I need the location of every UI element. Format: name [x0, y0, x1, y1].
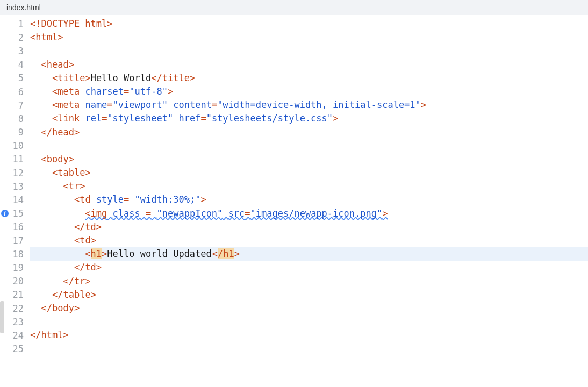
code-line[interactable] — [30, 139, 588, 153]
line-number: 14 — [0, 193, 30, 206]
code-line[interactable]: </td> — [30, 220, 588, 234]
line-number: 23 — [0, 315, 30, 328]
code-line[interactable]: <!DOCTYPE html> — [30, 17, 588, 31]
info-icon[interactable]: i — [1, 210, 9, 217]
code-line[interactable] — [30, 315, 588, 328]
code-line[interactable]: <link rel="stylesheet" href="stylesheets… — [30, 112, 588, 125]
line-number: 10 — [0, 139, 30, 153]
line-number: 8 — [0, 112, 30, 125]
line-number: 22 — [0, 302, 30, 315]
code-line[interactable]: </head> — [30, 126, 588, 139]
code-line[interactable]: </table> — [30, 288, 588, 302]
line-number: 11 — [0, 153, 30, 166]
code-line[interactable]: <title>Hello World</title> — [30, 71, 588, 85]
line-number: 3 — [0, 44, 30, 58]
line-number: 17 — [0, 234, 30, 247]
code-line[interactable]: </td> — [30, 261, 588, 274]
code-line[interactable]: </tr> — [30, 275, 588, 288]
line-number: 1 — [0, 17, 30, 31]
code-line[interactable] — [30, 342, 588, 356]
line-number: 19 — [0, 261, 30, 274]
line-number: 21 — [0, 288, 30, 302]
code-editor[interactable]: 123456789101112131415i161718192021222324… — [0, 15, 588, 356]
line-number: 2 — [0, 31, 30, 44]
code-line[interactable]: <table> — [30, 166, 588, 180]
tab-bar[interactable]: index.html — [0, 0, 588, 15]
line-number: 7 — [0, 98, 30, 112]
code-line[interactable]: <td style= "width:30%;"> — [30, 193, 588, 206]
line-number: 15i — [0, 207, 30, 220]
code-line[interactable]: <td> — [30, 234, 588, 247]
line-number: 24 — [0, 328, 30, 342]
line-number: 6 — [0, 85, 30, 98]
line-number: 9 — [0, 126, 30, 139]
line-number: 20 — [0, 275, 30, 288]
code-line[interactable]: </body> — [30, 302, 588, 315]
code-line[interactable]: <body> — [30, 153, 588, 166]
code-line[interactable]: </html> — [30, 328, 588, 342]
line-number: 5 — [0, 71, 30, 85]
code-line[interactable]: <meta charset="utf-8"> — [30, 85, 588, 98]
code-line[interactable]: <head> — [30, 58, 588, 71]
scrollbar-thumb[interactable] — [0, 301, 4, 333]
code-line[interactable] — [30, 44, 588, 58]
code-line[interactable]: <html> — [30, 31, 588, 44]
line-number: 18 — [0, 247, 30, 261]
code-area[interactable]: <!DOCTYPE html><html> <head> <title>Hell… — [30, 17, 588, 356]
line-number: 25 — [0, 342, 30, 356]
line-number: 12 — [0, 166, 30, 180]
code-line[interactable]: <tr> — [30, 180, 588, 193]
line-number: 4 — [0, 58, 30, 71]
line-number: 13 — [0, 180, 30, 193]
code-line[interactable]: <img class = "newappIcon" src="images/ne… — [30, 207, 588, 220]
code-line[interactable]: <meta name="viewport" content="width=dev… — [30, 98, 588, 112]
line-number: 16 — [0, 220, 30, 234]
file-tab-label[interactable]: index.html — [6, 3, 41, 12]
line-number-gutter: 123456789101112131415i161718192021222324… — [0, 17, 30, 356]
code-line[interactable]: <h1>Hello world Updated</h1> — [30, 247, 588, 261]
